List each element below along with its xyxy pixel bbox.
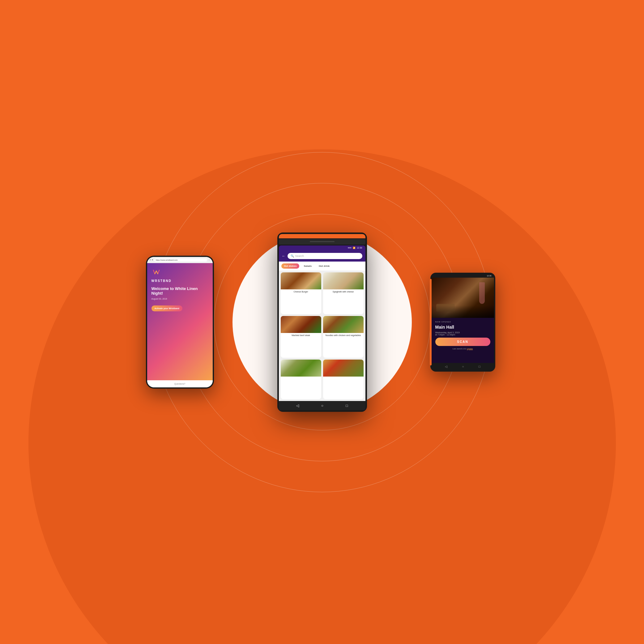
- tablet-status-bar: 12:36: [432, 274, 494, 278]
- right-tablet-device: 12:36 NOW OPENED Main Hall Wednesday, Ap…: [430, 273, 495, 372]
- food-card-pizza[interactable]: [323, 360, 364, 399]
- food-image-noodles: [323, 316, 364, 333]
- tab-hot-dishes[interactable]: Hot dishes: [281, 263, 300, 269]
- food-image-spaghetti: [323, 272, 364, 289]
- tab-salads[interactable]: Salads: [301, 263, 314, 269]
- food-label-burger: Cheese Burger: [281, 289, 321, 294]
- nav-recent-button[interactable]: □: [346, 403, 348, 408]
- left-phone-device: ≡ ✦ https://www.wristband.com ⋮ WRSTBND: [146, 256, 214, 389]
- search-placeholder: Search: [295, 254, 304, 258]
- food-card-salad[interactable]: [281, 360, 321, 399]
- food-image-burger: [281, 272, 321, 289]
- tablet-nav-recent[interactable]: □: [479, 365, 480, 368]
- tab-hot-drink[interactable]: Hot drink: [316, 263, 332, 269]
- browser-bar: ≡ ✦ https://www.wristband.com ⋮: [147, 257, 213, 263]
- welcome-title: Welcome to White Linen Night!: [151, 286, 208, 296]
- time-display: 12:30: [357, 247, 362, 249]
- food-label-spaghetti: Spaghetti with cheese: [323, 289, 364, 294]
- pos-bottom-nav: ◁ ○ □: [279, 401, 365, 410]
- nav-back-button[interactable]: ◁: [296, 403, 299, 408]
- food-label-salad: [281, 377, 321, 379]
- nav-home-button[interactable]: ○: [321, 403, 323, 408]
- venue-status-label: NOW OPENED: [435, 321, 490, 323]
- scan-button[interactable]: SCAN: [435, 338, 490, 346]
- activate-wristband-button[interactable]: Activate your Wristband: [151, 305, 182, 311]
- pos-status-bar: ▾▾▾ 📶 12:30: [279, 245, 365, 250]
- wifi-icon: ▾▾▾: [348, 247, 352, 249]
- venue-photo: [432, 278, 494, 318]
- signal-icon: 📶: [353, 247, 356, 249]
- tablet-bottom-nav: ◁ ○ □: [432, 363, 494, 370]
- venue-name: Main Hall: [435, 325, 490, 330]
- food-label-noodles: Noodles with chicken and vegetables: [323, 333, 364, 338]
- center-pos-device: ▾▾▾ 📶 12:30 ← 🔍 Search Hot dishes Salads: [277, 232, 367, 412]
- back-button[interactable]: ←: [282, 254, 286, 258]
- food-image-pizza: [323, 360, 364, 377]
- food-image-steak: [281, 316, 321, 333]
- search-icon: 🔍: [291, 254, 294, 258]
- food-label-pizza: [323, 377, 364, 379]
- pos-app-header: ← 🔍 Search: [279, 250, 365, 262]
- pos-app-area: ← 🔍 Search Hot dishes Salads Hot drink: [279, 250, 365, 401]
- browser-url: https://www.wristband.com: [155, 258, 207, 262]
- food-card-burger[interactable]: Cheese Burger: [281, 272, 321, 314]
- tablet-content: NOW OPENED Main Hall Wednesday, April 3,…: [432, 318, 494, 363]
- phone-content: WRSTBND Welcome to White Linen Night! Au…: [147, 263, 213, 387]
- tablet-time: 12:36: [487, 275, 491, 277]
- photo-overlay: [432, 305, 494, 318]
- tablet-nav-home[interactable]: ○: [462, 365, 464, 368]
- last-scan-text: Last utam21.211: [453, 348, 467, 350]
- venue-time-range: at 7:00pm - 11:00pm: [435, 334, 455, 336]
- venue-date-text: Wednesday, April 3, 2019: [435, 331, 460, 334]
- food-grid: Cheese Burger Spaghetti with cheese Marb…: [279, 271, 365, 401]
- left-phone-screen: ≡ ✦ https://www.wristband.com ⋮ WRSTBND: [147, 257, 213, 387]
- pos-screen: ▾▾▾ 📶 12:30 ← 🔍 Search Hot dishes Salads: [279, 245, 365, 410]
- food-card-steak[interactable]: Marbled beef steak: [281, 316, 321, 358]
- wrstbnd-logo: WRSTBND: [151, 268, 208, 283]
- event-date: August 03, 2019: [151, 298, 208, 300]
- phone-gradient-header: WRSTBND Welcome to White Linen Night! Au…: [147, 263, 213, 380]
- search-bar[interactable]: 🔍 Search: [288, 253, 362, 259]
- questions-link[interactable]: Questions?: [147, 380, 213, 387]
- venue-date: Wednesday, April 3, 2019 at 7:00pm - 11:…: [435, 331, 490, 336]
- food-label-steak: Marbled beef steak: [281, 333, 321, 338]
- tablet-screen: 12:36 NOW OPENED Main Hall Wednesday, Ap…: [432, 274, 494, 370]
- food-card-spaghetti[interactable]: Spaghetti with cheese: [323, 272, 364, 314]
- wine-glass-icon: [479, 282, 485, 304]
- tablet-nav-back[interactable]: ◁: [445, 365, 447, 368]
- category-tabs: Hot dishes Salads Hot drink: [279, 262, 365, 271]
- browser-icons: ≡ ✦: [150, 259, 153, 261]
- food-image-salad: [281, 360, 321, 377]
- browser-menu-icon: ⋮: [208, 259, 210, 261]
- devices-scene: ≡ ✦ https://www.wristband.com ⋮ WRSTBND: [152, 183, 492, 461]
- pos-orange-top: [279, 234, 365, 238]
- pos-printer-area: [279, 239, 365, 245]
- pos-printer-slot: [310, 241, 335, 242]
- scan-info: Last utam21.211 Update: [435, 348, 490, 350]
- update-link[interactable]: Update: [467, 348, 473, 350]
- logo-text: WRSTBND: [151, 279, 208, 283]
- food-card-noodles[interactable]: Noodles with chicken and vegetables: [323, 316, 364, 358]
